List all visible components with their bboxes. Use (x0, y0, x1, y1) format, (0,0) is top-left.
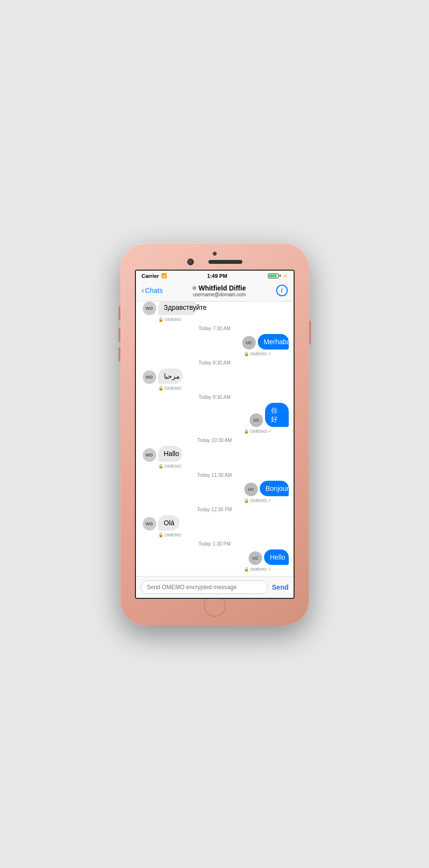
avatar: WD (143, 448, 156, 462)
phone-camera (187, 259, 194, 265)
message-block: BonjourUC🔒 OMEMO ✓ (141, 481, 289, 503)
status-left: Carrier 📶 (142, 273, 167, 279)
message-block: MerhabaUC🔒 OMEMO ✓ (141, 334, 289, 356)
message-row: WDHallo (141, 446, 185, 461)
carrier-label: Carrier (142, 273, 159, 279)
send-button[interactable]: Send (272, 583, 288, 591)
message-row: 你好UC (246, 403, 289, 427)
timestamp: Today 7:30 AM (141, 326, 289, 331)
avatar: WD (143, 302, 156, 315)
message-row: WDЗдравствуйте (141, 302, 213, 315)
message-bubble: Hallo (158, 446, 183, 461)
message-block: 你好UC🔒 OMEMO ✓ (141, 403, 289, 434)
message-row: MerhabaUC (233, 334, 288, 350)
avatar: UC (244, 483, 258, 496)
avatar: UC (250, 413, 263, 427)
message-bubble: مرحبا (158, 368, 183, 384)
nav-top: ‹ Chats Whitfield Diffie username@domain… (142, 284, 288, 297)
omemo-label: 🔒 OMEMO ✓ (244, 498, 289, 503)
input-area: Send (136, 576, 294, 598)
phone-frame: Carrier 📶 1:49 PM ⚡ ‹ Chats (120, 243, 309, 625)
phone-dot (213, 252, 217, 256)
timestamp: Today 12:30 PM (141, 507, 289, 512)
message-bubble: Bonjour (260, 481, 289, 496)
message-row: WDOlá (141, 515, 180, 531)
omemo-label: 🔒 OMEMO (141, 464, 182, 469)
status-bar: Carrier 📶 1:49 PM ⚡ (136, 271, 294, 281)
charging-icon: ⚡ (282, 274, 288, 278)
message-bubble: Hello (264, 549, 289, 565)
timestamp: Today 10:30 AM (141, 438, 289, 443)
message-bubble: 你好 (265, 403, 288, 427)
phone-speaker (208, 260, 242, 264)
battery-indicator (268, 274, 281, 278)
message-row: BonjourUC (236, 481, 288, 496)
wifi-icon: 📶 (161, 273, 167, 278)
back-button[interactable]: ‹ Chats (142, 286, 163, 295)
message-row: HelloUC (244, 549, 289, 565)
messages-area: WDЗдравствуйте🔒 OMEMOToday 7:30 AMMerhab… (136, 302, 294, 576)
omemo-label: 🔒 OMEMO (141, 317, 182, 322)
back-label: Chats (145, 287, 163, 294)
omemo-label: 🔒 OMEMO (141, 386, 182, 391)
avatar: WD (143, 370, 156, 384)
online-status-dot (192, 286, 196, 290)
battery-fill (269, 274, 277, 277)
omemo-label: 🔒 OMEMO ✓ (244, 567, 289, 572)
message-block: WDمرحبا🔒 OMEMO (141, 368, 289, 391)
avatar: UC (242, 336, 256, 350)
avatar: WD (143, 517, 156, 531)
contact-name: Whitfield Diffie (163, 284, 276, 292)
phone-screen: Carrier 📶 1:49 PM ⚡ ‹ Chats (135, 270, 295, 599)
omemo-label: 🔒 OMEMO ✓ (244, 429, 289, 434)
message-bubble: Здравствуйте (158, 302, 198, 315)
message-row: WDمرحبا (141, 368, 186, 384)
contact-email: username@domain.com (163, 292, 276, 297)
info-button[interactable]: i (276, 285, 288, 296)
avatar: UC (249, 551, 262, 565)
status-time: 1:49 PM (207, 273, 227, 279)
back-arrow-icon: ‹ (142, 286, 144, 295)
phone-top (187, 252, 242, 265)
omemo-label: 🔒 OMEMO ✓ (244, 351, 289, 356)
timestamp: Today 1:30 PM (141, 541, 289, 547)
contact-info: Whitfield Diffie username@domain.com (163, 284, 276, 297)
message-block: WDOlá🔒 OMEMO (141, 515, 289, 537)
status-right: ⚡ (268, 274, 288, 278)
omemo-label: 🔒 OMEMO (141, 533, 182, 537)
battery-tip (280, 274, 281, 277)
message-input[interactable] (141, 580, 268, 594)
timestamp: Today 11:30 AM (141, 472, 289, 478)
message-bubble: Olá (158, 515, 180, 531)
navigation-bar: ‹ Chats Whitfield Diffie username@domain… (136, 281, 294, 302)
message-block: WDHallo🔒 OMEMO (141, 446, 289, 468)
message-block: HelloUC🔒 OMEMO ✓ (141, 549, 289, 572)
timestamp: Today 9:30 AM (141, 395, 289, 400)
message-block: WDЗдравствуйте🔒 OMEMO (141, 302, 289, 322)
message-bubble: Merhaba (258, 334, 288, 350)
timestamp: Today 8:30 AM (141, 360, 289, 365)
battery-bar (268, 274, 279, 278)
